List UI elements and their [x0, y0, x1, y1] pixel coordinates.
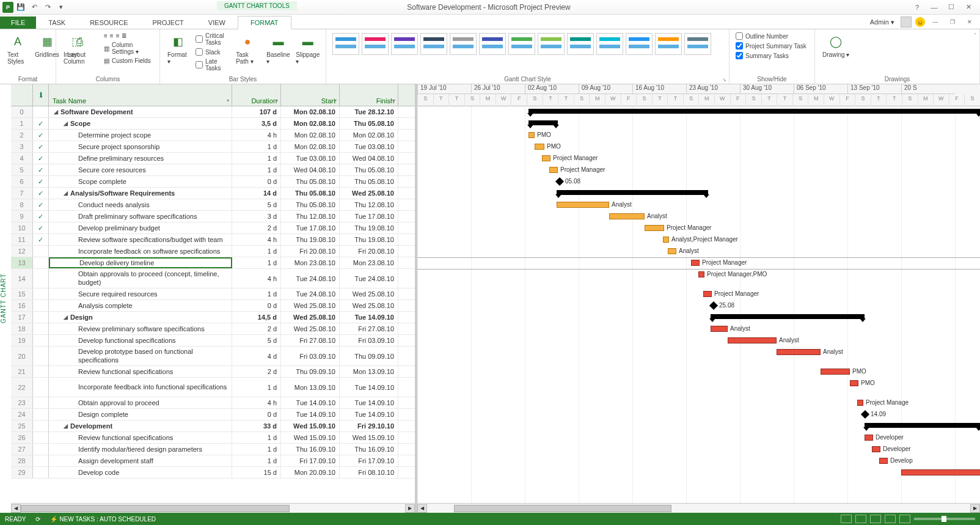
finish-cell[interactable]: Fri 17.09.10: [340, 455, 398, 466]
table-hscroll[interactable]: ◀ ▶: [11, 503, 415, 513]
task-bar[interactable]: [691, 260, 700, 266]
duration-cell[interactable]: 4 d: [232, 347, 281, 365]
start-cell[interactable]: Mon 20.09.10: [281, 467, 340, 478]
task-bar[interactable]: [879, 458, 888, 464]
row-index[interactable]: 28: [11, 455, 33, 466]
tab-resource[interactable]: RESOURCE: [78, 17, 140, 29]
feedback-icon[interactable]: ☺: [915, 17, 925, 27]
duration-cell[interactable]: 4 h: [232, 234, 281, 245]
finish-cell[interactable]: Thu 16.09.10: [340, 444, 398, 455]
gantt-style-swatch[interactable]: [420, 33, 447, 55]
task-name-cell[interactable]: Scope complete: [49, 176, 232, 187]
task-bar[interactable]: [711, 326, 728, 332]
summary-bar[interactable]: [528, 120, 558, 125]
start-cell[interactable]: Mon 23.08.10: [281, 257, 340, 268]
finish-cell[interactable]: Tue 14.09.10: [340, 409, 398, 420]
row-indicator[interactable]: ✓: [33, 164, 49, 175]
gantt-style-launcher-icon[interactable]: ↘: [722, 77, 726, 83]
table-row[interactable]: 10✓Develop preliminary budget2 dTue 17.0…: [11, 222, 415, 234]
start-cell[interactable]: Mon 02.08.10: [281, 141, 340, 152]
finish-cell[interactable]: Fri 20.08.10: [340, 246, 398, 257]
duration-cell[interactable]: 3,5 d: [232, 118, 281, 129]
collapse-icon[interactable]: ◢: [64, 120, 68, 127]
row-indicator[interactable]: [33, 444, 49, 455]
scroll-left-icon[interactable]: ◀: [11, 504, 21, 513]
task-bar[interactable]: [777, 349, 821, 355]
row-index[interactable]: 5: [11, 164, 33, 175]
row-indicator[interactable]: ✓: [33, 211, 49, 222]
col-header-duration[interactable]: Duration▾: [232, 84, 281, 106]
finish-cell[interactable]: Mon 02.08.10: [340, 130, 398, 141]
start-cell[interactable]: Tue 03.08.10: [281, 153, 340, 164]
task-bar[interactable]: [901, 469, 980, 475]
task-bar[interactable]: [857, 400, 863, 406]
view-task-icon[interactable]: [855, 515, 866, 523]
gantt-style-swatch[interactable]: [391, 33, 418, 55]
ribbon-minimize-icon[interactable]: —: [929, 17, 942, 28]
duration-cell[interactable]: 15 d: [232, 467, 281, 478]
duration-cell[interactable]: 0 d: [232, 176, 281, 187]
start-cell[interactable]: Tue 14.09.10: [281, 397, 340, 408]
start-cell[interactable]: Wed 25.08.10: [281, 312, 340, 323]
table-row[interactable]: 16Analysis complete0 dWed 25.08.10Wed 25…: [11, 300, 415, 312]
task-name-cell[interactable]: Draft preliminary software specification…: [49, 211, 232, 222]
start-cell[interactable]: Mon 13.09.10: [281, 378, 340, 397]
align-left-icon[interactable]: ≡: [104, 32, 108, 39]
table-row[interactable]: 8✓Conduct needs analysis5 dThu 05.08.10T…: [11, 199, 415, 211]
row-index[interactable]: 9: [11, 211, 33, 222]
finish-cell[interactable]: Tue 14.09.10: [340, 312, 398, 323]
row-index[interactable]: 14: [11, 269, 33, 288]
scroll-left-icon[interactable]: ◀: [417, 504, 427, 513]
duration-cell[interactable]: 1 d: [232, 455, 281, 466]
row-indicator[interactable]: [33, 300, 49, 311]
row-index[interactable]: 26: [11, 432, 33, 443]
task-bar[interactable]: [609, 213, 645, 219]
col-header-finish[interactable]: Finish▾: [340, 84, 398, 106]
custom-fields-button[interactable]: ▤ Custom Fields: [103, 57, 155, 65]
table-row[interactable]: 21Review functional specifications2 dThu…: [11, 366, 415, 378]
duration-cell[interactable]: 1 d: [232, 432, 281, 443]
task-bar[interactable]: [645, 225, 664, 231]
task-bar[interactable]: [872, 446, 880, 452]
row-index[interactable]: 24: [11, 409, 33, 420]
row-index[interactable]: 17: [11, 312, 33, 323]
row-index[interactable]: 20: [11, 347, 33, 365]
row-index[interactable]: 18: [11, 323, 33, 334]
finish-cell[interactable]: Thu 05.08.10: [340, 176, 398, 187]
view-resource-icon[interactable]: [885, 515, 896, 523]
tab-project[interactable]: PROJECT: [141, 17, 196, 29]
task-name-cell[interactable]: Review functional specifications: [49, 366, 232, 377]
duration-cell[interactable]: 0 d: [232, 409, 281, 420]
view-gantt-icon[interactable]: [841, 515, 852, 523]
duration-cell[interactable]: 2 d: [232, 323, 281, 334]
row-indicator[interactable]: [33, 432, 49, 443]
close-icon[interactable]: ✕: [962, 2, 975, 13]
start-cell[interactable]: Thu 19.08.10: [281, 234, 340, 245]
table-row[interactable]: 19Develop functional specifications5 dFr…: [11, 335, 415, 347]
start-cell[interactable]: Thu 05.08.10: [281, 188, 340, 199]
gantt-style-swatch[interactable]: [655, 33, 682, 55]
table-row[interactable]: 12Incorporate feedback on software speci…: [11, 246, 415, 257]
table-row[interactable]: 7✓◢Analysis/Software Requirements14 dThu…: [11, 188, 415, 199]
finish-cell[interactable]: Tue 28.12.10: [340, 106, 398, 117]
duration-cell[interactable]: 14,5 d: [232, 312, 281, 323]
row-indicator[interactable]: [33, 366, 49, 377]
task-name-cell[interactable]: ◢Development: [49, 420, 232, 431]
row-indicator[interactable]: [33, 397, 49, 408]
duration-cell[interactable]: 1 d: [232, 246, 281, 257]
minimize-icon[interactable]: —: [927, 2, 941, 13]
start-cell[interactable]: Thu 09.09.10: [281, 366, 340, 377]
row-indicator[interactable]: [33, 288, 49, 299]
text-styles-button[interactable]: AText Styles: [5, 32, 31, 66]
save-icon[interactable]: 💾: [15, 1, 27, 13]
row-index[interactable]: 23: [11, 397, 33, 408]
row-indicator[interactable]: [33, 409, 49, 420]
start-cell[interactable]: Tue 14.09.10: [281, 409, 340, 420]
task-name-cell[interactable]: Develop prototype based on functional sp…: [49, 347, 232, 365]
status-newtasks[interactable]: ⚡ NEW TASKS : AUTO SCHEDULED: [50, 516, 156, 523]
task-bar[interactable]: [821, 369, 850, 375]
duration-cell[interactable]: 4 h: [232, 269, 281, 288]
finish-cell[interactable]: Mon 23.08.10: [340, 257, 398, 268]
row-index[interactable]: 13: [11, 257, 33, 268]
duration-cell[interactable]: 5 d: [232, 199, 281, 210]
